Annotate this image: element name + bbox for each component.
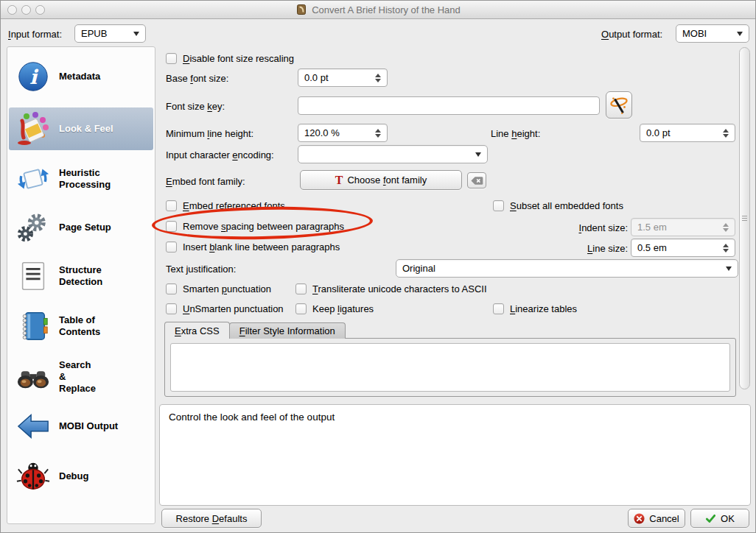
sidebar-item-debug[interactable]: Debug [9, 455, 153, 498]
description-box: Control the look and feel of the output [159, 404, 751, 506]
smarten-punctuation-checkbox[interactable] [166, 283, 177, 294]
chevron-down-icon [737, 32, 743, 36]
checkbox-label: Linearize tables [510, 303, 577, 314]
backspace-clear-icon [471, 176, 483, 186]
transliterate-checkbox[interactable] [295, 283, 307, 294]
chevron-down-icon [133, 32, 139, 36]
line-height-spinner[interactable]: 0.0 pt [640, 124, 735, 142]
window-close-button[interactable] [7, 5, 17, 15]
linearize-tables-checkbox[interactable] [493, 303, 504, 314]
rotate-page-icon [15, 160, 52, 197]
spinner-arrows-icon[interactable] [723, 244, 729, 253]
vertical-scrollbar[interactable] [739, 47, 750, 389]
checkbox-label: Transliterate unicode characters to ASCI… [312, 283, 487, 294]
checkbox-label: Insert blank line between paragraphs [183, 241, 340, 253]
left-arrow-icon [15, 408, 52, 445]
sidebar-item-heuristic-processing[interactable]: Heuristic Processing [9, 158, 153, 200]
sidebar-item-label: Page Setup [59, 222, 111, 233]
input-format-select[interactable]: EPUB [74, 24, 146, 43]
description-text: Control the look and feel of the output [169, 412, 335, 423]
font-size-wizard-button[interactable] [606, 91, 632, 119]
transliterate-row: Transliterate unicode characters to ASCI… [295, 283, 487, 294]
spinner-arrows-icon[interactable] [375, 74, 381, 82]
indent-size-spinner[interactable]: 1.5 em [631, 218, 735, 236]
base-font-size-label: Base font size: [166, 73, 228, 84]
output-format-select[interactable]: MOBI [676, 24, 749, 43]
sidebar-item-label: Debug [59, 470, 88, 482]
line-size-value: 0.5 em [637, 242, 667, 253]
text-justification-label: Text justification: [166, 264, 236, 275]
insert-blank-line-row: Insert blank line between paragraphs [166, 241, 340, 253]
sidebar-item-look-and-feel[interactable]: Look & Feel [9, 107, 153, 150]
checkbox-label: Disable font size rescaling [183, 53, 294, 64]
ok-label: OK [721, 513, 735, 524]
linearize-tables-row: Linearize tables [493, 303, 577, 314]
sidebar-item-search-replace[interactable]: Search & Replace [9, 353, 153, 400]
convert-dialog: Convert A Brief History of the Hand Inpu… [0, 0, 756, 533]
sidebar-item-label: Heuristic Processing [59, 167, 111, 191]
minimum-line-height-value: 120.0 % [304, 127, 340, 138]
minimum-line-height-label: Minimum line height: [166, 128, 253, 139]
line-size-spinner[interactable]: 0.5 em [631, 239, 735, 257]
cancel-button[interactable]: Cancel [628, 509, 685, 528]
minimum-line-height-spinner[interactable]: 120.0 % [298, 124, 388, 142]
sidebar-item-mobi-output[interactable]: MOBI Output [9, 405, 153, 448]
extra-css-textarea[interactable] [170, 343, 730, 392]
sidebar-item-label: Search & Replace [59, 359, 96, 395]
choose-font-family-button[interactable]: T Choose font family [300, 170, 462, 190]
css-tabbar: Extra CSS Filter Style Information [164, 322, 345, 339]
spinner-arrows-icon[interactable] [375, 129, 381, 138]
input-character-encoding-label: Input character encoding: [166, 149, 274, 160]
sidebar-item-label: Table of Contents [59, 314, 100, 339]
gears-icon [15, 209, 52, 246]
checkbox-label: Keep ligatures [312, 303, 374, 314]
titlebar: Convert A Brief History of the Hand [1, 1, 755, 19]
line-height-label: Line height: [491, 128, 540, 139]
window-zoom-button[interactable] [35, 5, 45, 15]
cancel-x-icon [634, 513, 645, 524]
restore-defaults-button[interactable]: Restore Defaults [161, 509, 262, 528]
keep-ligatures-row: Keep ligatures [295, 303, 374, 314]
font-size-key-input[interactable] [298, 96, 600, 115]
line-size-label: Line size: [547, 243, 628, 254]
input-character-encoding-select[interactable] [298, 145, 488, 163]
sidebar-item-label: Metadata [59, 71, 100, 82]
embed-font-family-label: Embed font family: [166, 176, 245, 187]
tab-label: Extra CSS [175, 325, 220, 336]
clear-font-family-button[interactable] [467, 172, 486, 188]
spinner-arrows-icon[interactable] [723, 223, 729, 232]
text-justification-value: Original [402, 263, 435, 274]
notebook-icon [15, 308, 52, 345]
sidebar-item-metadata[interactable]: i Metadata [9, 56, 153, 97]
tab-extra-css[interactable]: Extra CSS [164, 322, 230, 339]
indent-size-label: Indent size: [547, 222, 628, 233]
restore-defaults-label: Restore Defaults [176, 513, 248, 524]
binoculars-icon [15, 359, 52, 395]
sidebar-item-structure-detection[interactable]: Structure Detection [9, 255, 153, 297]
base-font-size-value: 0.0 pt [304, 72, 329, 83]
subset-embedded-fonts-checkbox[interactable] [493, 200, 504, 211]
tab-filter-style-information[interactable]: Filter Style Information [229, 322, 346, 339]
insert-blank-line-checkbox[interactable] [166, 241, 177, 253]
checkbox-label: UnSmarten punctuation [183, 303, 284, 314]
smarten-punctuation-row: Smarten punctuation [166, 283, 271, 294]
text-justification-select[interactable]: Original [396, 259, 738, 278]
disable-font-size-rescaling-checkbox[interactable] [166, 53, 177, 64]
sidebar-item-page-setup[interactable]: Page Setup [9, 206, 153, 249]
keep-ligatures-checkbox[interactable] [295, 303, 307, 314]
window-title: Convert A Brief History of the Hand [312, 4, 461, 15]
spinner-arrows-icon[interactable] [723, 129, 729, 138]
embed-referenced-fonts-checkbox[interactable] [166, 200, 177, 211]
disable-font-size-rescaling-row: Disable font size rescaling [166, 53, 294, 64]
choose-font-family-label: Choose font family [347, 174, 427, 186]
ok-button[interactable]: OK [690, 509, 749, 528]
base-font-size-spinner[interactable]: 0.0 pt [298, 68, 388, 87]
ok-check-icon [705, 513, 716, 524]
sidebar-item-table-of-contents[interactable]: Table of Contents [9, 305, 153, 347]
checkbox-label: Subset all embedded fonts [510, 200, 623, 211]
unsmarten-punctuation-checkbox[interactable] [166, 303, 177, 314]
window-minimize-button[interactable] [21, 5, 31, 15]
convert-book-icon [295, 4, 307, 15]
sidebar-item-label: Look & Feel [59, 123, 113, 135]
scrollbar-grip[interactable] [742, 216, 747, 222]
